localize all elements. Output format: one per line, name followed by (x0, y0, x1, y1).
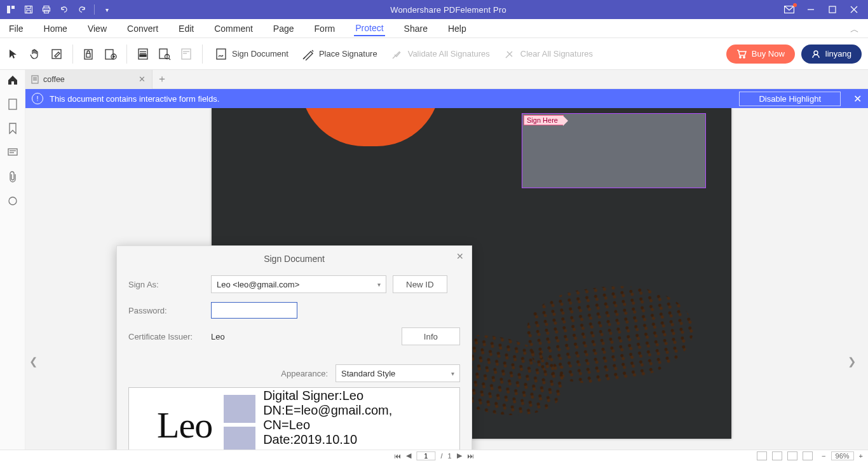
document-tab[interactable]: coffee ✕ (25, 70, 153, 89)
bookmarks-icon[interactable] (6, 122, 19, 135)
pointer-tool-icon[interactable] (6, 47, 20, 61)
menu-share[interactable]: Share (403, 21, 429, 36)
sign-here-badge: Sign Here (524, 115, 564, 125)
hand-tool-icon[interactable] (28, 47, 42, 61)
left-side-rail (0, 70, 25, 450)
quick-access-toolbar: ▾ (0, 4, 112, 15)
clear-signatures-button[interactable]: Clear All Signatures (500, 45, 595, 64)
close-icon[interactable] (849, 4, 859, 15)
encrypt-icon[interactable] (82, 47, 96, 61)
zoom-value[interactable]: 96% (831, 451, 854, 460)
menu-view[interactable]: View (86, 21, 108, 36)
redact-mark-icon[interactable] (136, 47, 150, 61)
menu-home[interactable]: Home (43, 21, 69, 36)
thumbnails-icon[interactable] (6, 98, 19, 111)
issuer-value: Leo (211, 332, 225, 341)
permissions-icon[interactable] (104, 47, 118, 61)
svg-rect-4 (27, 10, 31, 13)
preview-thumb-icon (224, 395, 255, 423)
next-page-icon[interactable]: ▶ (457, 451, 462, 460)
menu-help[interactable]: Help (447, 21, 468, 36)
menu-page[interactable]: Page (272, 21, 295, 36)
info-close-icon[interactable]: ✕ (853, 93, 862, 105)
collapse-ribbon-icon[interactable]: ︿ (850, 24, 859, 36)
menu-file[interactable]: File (8, 21, 25, 36)
sign-as-select[interactable]: Leo <leo@gmail.com> ▾ (211, 275, 386, 293)
redo-icon[interactable] (76, 4, 88, 15)
document-canvas[interactable]: Sign Here ❮ ❯ Sign Document ✕ Sign As: L… (25, 108, 868, 450)
preview-line: 03:07:39 +05:00 (263, 447, 392, 450)
svg-rect-3 (27, 6, 31, 9)
status-bar: ⏮ ◀ / 1 ▶ ⏭ − 96% + (0, 450, 868, 461)
print-icon[interactable] (41, 4, 52, 15)
info-message: This document contains interactive form … (50, 94, 219, 104)
sign-document-button[interactable]: Sign Document (212, 45, 291, 64)
redact-apply-icon[interactable] (179, 47, 193, 61)
prev-page-icon[interactable]: ◀ (406, 451, 411, 460)
validate-signatures-label: Validate All Signatures (408, 49, 490, 58)
page-number-input[interactable] (416, 451, 435, 460)
menu-edit[interactable]: Edit (177, 21, 195, 36)
view-single-icon[interactable] (757, 451, 767, 460)
doc-tab-icon (31, 75, 39, 84)
vertical-scrollbar[interactable] (860, 108, 868, 450)
sign-as-value: Leo <leo@gmail.com> (217, 280, 299, 289)
dialog-close-icon[interactable]: ✕ (456, 251, 464, 261)
minimize-icon[interactable] (806, 4, 816, 15)
menu-bar: File Home View Convert Edit Comment Page… (0, 19, 868, 38)
svg-point-37 (9, 197, 17, 205)
info-button[interactable]: Info (402, 327, 460, 345)
disable-highlight-button[interactable]: Disable Highlight (739, 92, 841, 106)
signature-field[interactable]: Sign Here (522, 113, 706, 188)
sign-as-label: Sign As: (128, 280, 205, 289)
preview-line: DN:E=leo@gmail.com, (263, 403, 392, 418)
undo-icon[interactable] (58, 4, 70, 15)
svg-rect-0 (7, 6, 10, 13)
view-facing-icon[interactable] (787, 451, 797, 460)
maximize-icon[interactable] (827, 4, 837, 15)
view-continuous-icon[interactable] (772, 451, 782, 460)
appearance-select[interactable]: Standard Style ▾ (336, 364, 460, 382)
svg-rect-18 (139, 49, 147, 59)
redact-search-icon[interactable] (158, 47, 172, 61)
tab-close-icon[interactable]: ✕ (139, 74, 146, 84)
place-signature-button[interactable]: Place Signature (299, 45, 380, 64)
appearance-label: Appearance: (281, 369, 328, 378)
home-icon[interactable] (6, 74, 19, 86)
sign-document-label: Sign Document (232, 49, 288, 58)
next-page-caret-icon[interactable]: ❯ (848, 355, 857, 364)
svg-rect-2 (25, 6, 32, 13)
menu-comment[interactable]: Comment (213, 21, 254, 36)
attachments-icon[interactable] (6, 170, 19, 183)
last-page-icon[interactable]: ⏭ (467, 452, 474, 460)
svg-rect-22 (159, 49, 167, 58)
buy-now-button[interactable]: Buy Now (726, 45, 795, 64)
zoom-in-icon[interactable]: + (859, 452, 863, 460)
user-label: linyang (825, 49, 851, 58)
menu-form[interactable]: Form (313, 21, 337, 36)
sign-document-icon (214, 47, 228, 61)
svg-rect-28 (217, 49, 226, 59)
prev-page-caret-icon[interactable]: ❮ (29, 355, 38, 364)
zoom-out-icon[interactable]: − (822, 452, 825, 460)
edit-tool-icon[interactable] (50, 47, 64, 61)
first-page-icon[interactable]: ⏮ (394, 452, 401, 460)
user-button[interactable]: linyang (801, 45, 862, 64)
menu-convert[interactable]: Convert (126, 21, 159, 36)
save-icon[interactable] (23, 4, 34, 15)
svg-point-30 (740, 56, 741, 57)
password-input[interactable] (211, 302, 297, 319)
new-tab-button[interactable]: ＋ (153, 70, 172, 89)
mail-icon[interactable] (784, 4, 794, 15)
page-sep: / (440, 452, 442, 460)
validate-signatures-button[interactable]: Validate All Signatures (388, 45, 492, 64)
place-signature-label: Place Signature (319, 49, 377, 58)
shapes-panel-icon[interactable] (6, 195, 19, 207)
new-id-button[interactable]: New ID (393, 275, 447, 293)
comments-icon[interactable] (6, 146, 19, 159)
menu-protect[interactable]: Protect (354, 20, 384, 36)
buy-now-label: Buy Now (752, 49, 785, 58)
qat-more-icon[interactable]: ▾ (101, 4, 112, 15)
title-bar: ▾ Wondershare PDFelement Pro (0, 0, 868, 19)
view-facing-continuous-icon[interactable] (803, 451, 813, 460)
